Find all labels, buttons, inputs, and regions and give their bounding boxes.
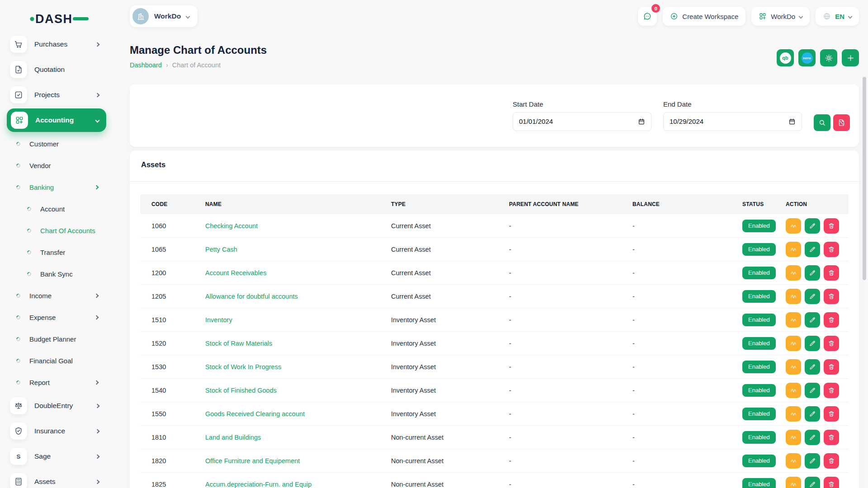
row-activity-button[interactable] <box>786 430 801 445</box>
sidebar-item-account[interactable]: Account <box>0 198 109 220</box>
account-name-link[interactable]: Checking Account <box>205 222 391 230</box>
account-name-link[interactable]: Inventory <box>205 316 391 324</box>
xero-button[interactable]: xero <box>798 49 816 66</box>
account-name-link[interactable]: Stock of Raw Materials <box>205 340 391 347</box>
row-delete-button[interactable] <box>824 383 839 398</box>
apply-filter-button[interactable] <box>814 114 830 131</box>
row-activity-button[interactable] <box>786 289 801 304</box>
sidebar-item-expense[interactable]: Expense <box>0 306 109 328</box>
row-edit-button[interactable] <box>805 477 820 488</box>
app-menu-button[interactable]: WorkDo <box>751 7 810 26</box>
row-activity-button[interactable] <box>786 312 801 328</box>
row-delete-button[interactable] <box>824 477 839 488</box>
chevron-right-icon <box>94 380 99 385</box>
account-name-link[interactable]: Office Furniture and Equipement <box>205 457 391 465</box>
account-code: 1205 <box>151 293 205 300</box>
sidebar-item-transfer[interactable]: Transfer <box>0 241 109 263</box>
row-activity-button[interactable] <box>786 359 801 375</box>
chevron-right-icon <box>95 429 100 433</box>
sidebar-item-projects[interactable]: Projects <box>0 82 109 108</box>
row-delete-button[interactable] <box>824 430 839 445</box>
row-edit-button[interactable] <box>805 336 820 351</box>
start-date-input[interactable]: 01/01/2024 <box>513 112 651 131</box>
row-delete-button[interactable] <box>824 406 839 422</box>
workspace-selector[interactable]: WorkDo <box>130 5 198 27</box>
reset-filter-button[interactable] <box>833 114 850 131</box>
calendar-icon[interactable] <box>638 118 645 125</box>
sidebar-item-vendor[interactable]: Vendor <box>0 155 109 176</box>
sidebar-item-doubleentry[interactable]: DoubleEntry <box>0 393 109 418</box>
create-workspace-button[interactable]: Create Workspace <box>663 7 745 26</box>
row-activity-button[interactable] <box>786 242 801 257</box>
row-delete-button[interactable] <box>824 265 839 281</box>
account-name-link[interactable]: Stock of Finished Goods <box>205 387 391 394</box>
calendar-icon[interactable] <box>788 118 796 125</box>
row-activity-button[interactable] <box>786 265 801 281</box>
row-edit-button[interactable] <box>805 359 820 375</box>
row-activity-button[interactable] <box>786 218 801 234</box>
row-activity-button[interactable] <box>786 453 801 469</box>
sidebar-item-insurance[interactable]: Insurance <box>0 418 109 444</box>
sidebar-item-income[interactable]: Income <box>0 285 109 306</box>
account-name-link[interactable]: Stock of Work In Progress <box>205 363 391 371</box>
sidebar-item-sage[interactable]: SSage <box>0 444 109 469</box>
row-delete-button[interactable] <box>824 359 839 375</box>
row-edit-button[interactable] <box>805 265 820 281</box>
chevron-right-icon <box>95 479 100 484</box>
table-header-row: CODENAMETYPEPARENT ACCOUNT NAMEBALANCEST… <box>140 194 849 214</box>
wave-icon <box>790 269 797 277</box>
messages-button[interactable]: 0 <box>638 7 657 26</box>
account-name-link[interactable]: Petty Cash <box>205 246 391 253</box>
search-icon <box>818 119 826 127</box>
account-name-link[interactable]: Goods Received Clearing account <box>205 410 391 418</box>
row-delete-button[interactable] <box>824 218 839 234</box>
row-activity-button[interactable] <box>786 336 801 351</box>
app-menu-label: WorkDo <box>771 13 795 20</box>
row-edit-button[interactable] <box>805 430 820 445</box>
sidebar-item-accounting[interactable]: Accounting <box>7 108 106 132</box>
page-scrollbar[interactable] <box>863 77 866 280</box>
row-activity-button[interactable] <box>786 477 801 488</box>
row-edit-button[interactable] <box>805 383 820 398</box>
account-name-link[interactable]: Land and Buildings <box>205 434 391 441</box>
row-edit-button[interactable] <box>805 289 820 304</box>
sidebar-item-label: DoubleEntry <box>34 402 73 410</box>
row-activity-button[interactable] <box>786 383 801 398</box>
account-type: Inventory Asset <box>391 316 509 324</box>
sidebar-item-purchases[interactable]: Purchases <box>0 32 109 57</box>
account-name-link[interactable]: Accum.depreciation-Furn. and Equip <box>205 481 391 488</box>
row-delete-button[interactable] <box>824 289 839 304</box>
account-name-link[interactable]: Account Receivables <box>205 269 391 277</box>
row-edit-button[interactable] <box>805 242 820 257</box>
sidebar-item-budget-planner[interactable]: Budget Planner <box>0 328 109 350</box>
trash-icon <box>828 316 835 324</box>
sidebar-item-bank-sync[interactable]: Bank Sync <box>0 263 109 285</box>
sidebar-item-banking[interactable]: Banking <box>0 176 109 198</box>
row-edit-button[interactable] <box>805 218 820 234</box>
workspace-name: WorkDo <box>154 12 181 20</box>
sidebar-item-chart-of-accounts[interactable]: Chart Of Accounts <box>0 220 109 241</box>
sidebar-item-quotation[interactable]: Quotation <box>0 57 109 82</box>
row-delete-button[interactable] <box>824 312 839 328</box>
sidebar-item-report[interactable]: Report <box>0 371 109 393</box>
breadcrumb-dashboard-link[interactable]: Dashboard <box>130 61 162 69</box>
quickbooks-icon: qb <box>780 52 791 64</box>
row-delete-button[interactable] <box>824 336 839 351</box>
sidebar-item-customer[interactable]: Customer <box>0 133 109 155</box>
row-activity-button[interactable] <box>786 406 801 422</box>
end-date-input[interactable]: 10/29/2024 <box>663 112 802 131</box>
row-edit-button[interactable] <box>805 312 820 328</box>
account-name-link[interactable]: Allowance for doubtful accounts <box>205 293 391 300</box>
row-edit-button[interactable] <box>805 453 820 469</box>
settings-button[interactable] <box>820 49 837 66</box>
row-edit-button[interactable] <box>805 406 820 422</box>
row-delete-button[interactable] <box>824 453 839 469</box>
sidebar-item-financial-goal[interactable]: Financial Goal <box>0 350 109 371</box>
quickbooks-button[interactable]: qb <box>777 49 794 66</box>
add-account-button[interactable] <box>842 49 859 66</box>
parent-account-name: - <box>509 387 632 394</box>
row-delete-button[interactable] <box>824 242 839 257</box>
language-selector[interactable]: EN <box>816 7 859 26</box>
account-balance: - <box>632 481 742 488</box>
sidebar-item-assets[interactable]: Assets <box>0 469 109 488</box>
